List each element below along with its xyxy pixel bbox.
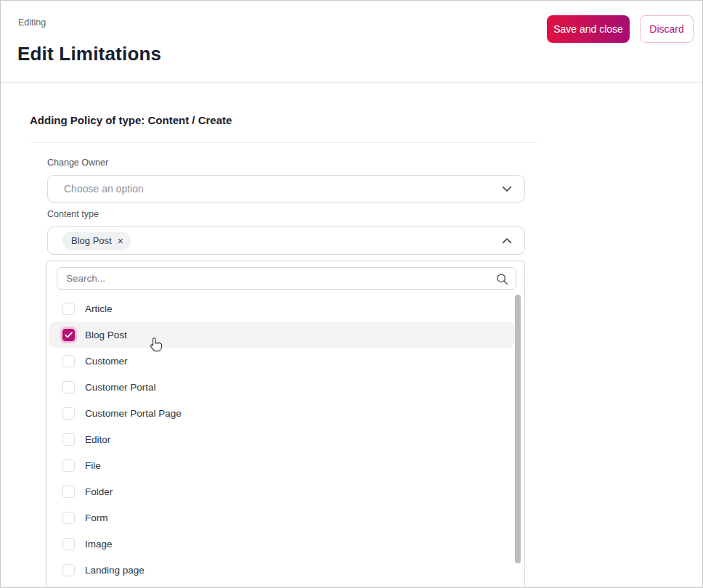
- discard-button[interactable]: Discard: [640, 15, 694, 43]
- selected-chip: Blog Post ×: [62, 232, 131, 250]
- section-divider: [30, 142, 538, 143]
- checkbox[interactable]: [62, 486, 75, 498]
- page-title: Edit Limitations: [17, 43, 161, 65]
- option-row[interactable]: File: [49, 452, 515, 478]
- content-type-select[interactable]: Blog Post ×: [47, 226, 525, 255]
- change-owner-placeholder: Choose an option: [64, 183, 144, 195]
- search-icon: [496, 273, 508, 285]
- option-row[interactable]: Form: [49, 505, 515, 531]
- breadcrumb: Editing: [18, 17, 46, 28]
- checkbox[interactable]: [62, 512, 75, 524]
- option-label: Blog Post: [85, 330, 127, 340]
- checkbox[interactable]: [62, 381, 75, 393]
- option-row[interactable]: Landing page: [49, 557, 515, 583]
- chevron-up-icon: [501, 235, 513, 247]
- option-row[interactable]: Editor: [49, 426, 515, 452]
- option-label: Article: [85, 303, 113, 314]
- option-row[interactable]: Article: [49, 295, 515, 322]
- header-divider: [1, 82, 702, 83]
- change-owner-label: Change Owner: [47, 158, 108, 168]
- save-and-close-button[interactable]: Save and close: [547, 15, 630, 43]
- option-row[interactable]: Customer Portal: [49, 374, 515, 400]
- option-label: File: [85, 460, 101, 471]
- options-list: Article Blog Post Customer Customer Port…: [49, 295, 515, 583]
- chevron-down-icon: [501, 183, 513, 195]
- option-label: Customer: [85, 356, 128, 367]
- option-label: Customer Portal: [85, 382, 156, 393]
- option-label: Customer Portal Page: [85, 408, 182, 419]
- content-type-dropdown-panel: Article Blog Post Customer Customer Port…: [46, 261, 525, 588]
- option-row[interactable]: Image: [49, 531, 515, 557]
- checkbox[interactable]: [62, 538, 75, 550]
- option-label: Landing page: [85, 565, 145, 576]
- edit-limitations-page: Editing Edit Limitations Save and close …: [0, 0, 703, 588]
- checkbox[interactable]: [62, 407, 75, 420]
- option-row[interactable]: Customer Portal Page: [49, 400, 515, 426]
- option-row[interactable]: Folder: [49, 478, 515, 505]
- checkbox[interactable]: [62, 355, 75, 367]
- option-label: Folder: [85, 486, 113, 497]
- chip-label: Blog Post: [71, 235, 112, 246]
- check-icon: [65, 332, 73, 338]
- checkbox[interactable]: [62, 433, 75, 446]
- content-type-label: Content type: [47, 209, 99, 219]
- change-owner-select[interactable]: Choose an option: [47, 175, 525, 203]
- scrollbar-track[interactable]: [514, 295, 522, 588]
- option-row[interactable]: Blog Post: [49, 322, 515, 348]
- checkbox[interactable]: [62, 564, 75, 576]
- option-label: Image: [85, 539, 113, 550]
- search-box: [57, 267, 516, 290]
- search-input[interactable]: [57, 273, 516, 284]
- checkbox[interactable]: [62, 303, 75, 315]
- option-label: Form: [85, 513, 108, 523]
- checkbox[interactable]: [62, 460, 75, 472]
- checkbox[interactable]: [62, 329, 75, 341]
- section-title: Adding Policy of type: Content / Create: [30, 114, 232, 126]
- chip-remove-icon[interactable]: ×: [118, 236, 123, 246]
- option-row[interactable]: Customer: [49, 348, 515, 374]
- option-label: Editor: [85, 434, 110, 445]
- scrollbar-thumb[interactable]: [515, 295, 521, 563]
